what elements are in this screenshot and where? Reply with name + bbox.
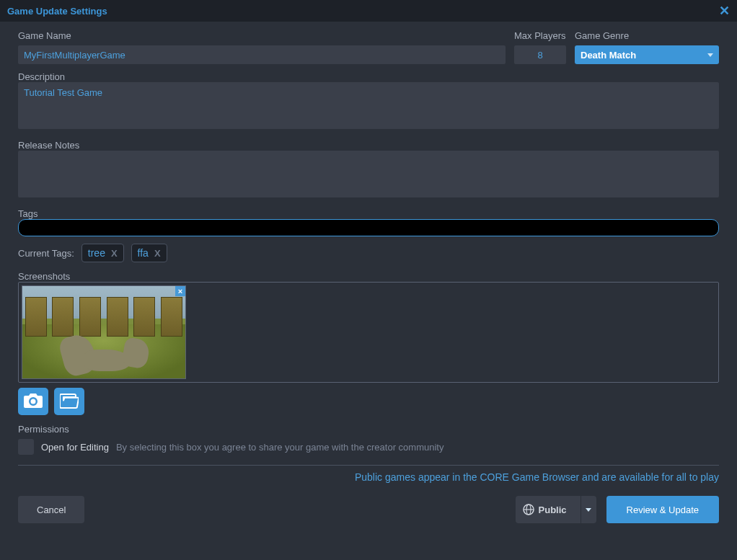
tag-remove-icon[interactable]: X (154, 248, 161, 259)
description-label: Description (18, 71, 65, 82)
open-for-editing-desc: By selecting this box you agree to share… (116, 442, 444, 453)
game-name-input[interactable] (18, 45, 506, 64)
visibility-label: Public (539, 505, 567, 515)
tag-chip: tree X (81, 244, 124, 262)
tags-input[interactable] (18, 219, 719, 236)
screenshots-container: × (18, 282, 719, 383)
open-for-editing-checkbox[interactable] (18, 439, 34, 455)
game-genre-select[interactable]: Death Match (575, 45, 719, 64)
game-genre-label: Game Genre (575, 30, 719, 41)
content-area: Game Name Max Players Game Genre Death M… (0, 22, 737, 532)
current-tags-label: Current Tags: (18, 248, 74, 259)
capture-screenshot-button[interactable] (18, 388, 48, 415)
max-players-input[interactable] (514, 45, 566, 64)
chevron-down-icon (707, 53, 713, 57)
chevron-down-icon (586, 508, 591, 512)
browse-screenshot-button[interactable] (54, 388, 84, 415)
game-name-label: Game Name (18, 30, 506, 41)
game-genre-value: Death Match (581, 50, 636, 61)
public-info-text: Public games appear in the CORE Game Bro… (18, 471, 719, 483)
tag-chip: ffa X (131, 244, 167, 262)
camera-icon (24, 394, 43, 409)
release-notes-label: Release Notes (18, 140, 79, 151)
cancel-button[interactable]: Cancel (18, 496, 84, 523)
close-icon[interactable]: ✕ (719, 3, 730, 19)
globe-icon (523, 504, 534, 515)
tag-label: ffa (138, 247, 149, 259)
review-update-button[interactable]: Review & Update (606, 496, 719, 523)
titlebar: Game Update Settings ✕ (0, 0, 737, 22)
screenshot-thumbnail[interactable]: × (22, 285, 186, 379)
tags-label: Tags (18, 208, 37, 219)
max-players-label: Max Players (514, 30, 566, 41)
tag-remove-icon[interactable]: X (111, 248, 118, 259)
folder-icon (60, 394, 79, 409)
description-input[interactable] (18, 82, 719, 129)
window-title: Game Update Settings (7, 6, 107, 17)
screenshots-label: Screenshots (18, 271, 70, 282)
screenshot-remove-icon[interactable]: × (175, 286, 185, 296)
release-notes-input[interactable] (18, 151, 719, 197)
visibility-button[interactable]: Public (516, 496, 596, 523)
tag-label: tree (88, 247, 105, 259)
divider (18, 465, 719, 466)
open-for-editing-label: Open for Editing (41, 442, 109, 453)
permissions-label: Permissions (18, 424, 69, 435)
